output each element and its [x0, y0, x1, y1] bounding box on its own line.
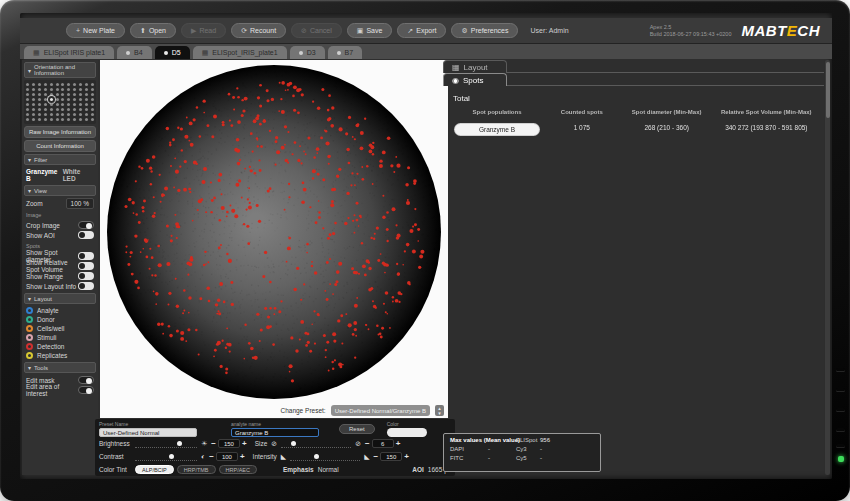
tab-spots[interactable]: ◉ Spots	[443, 73, 507, 86]
plate-well[interactable]	[44, 108, 47, 111]
plate-well[interactable]	[26, 108, 29, 111]
show-range-toggle[interactable]	[78, 272, 94, 280]
plate-well[interactable]	[61, 118, 64, 121]
plate-well[interactable]	[44, 98, 47, 101]
monitor-button[interactable]	[836, 428, 845, 431]
section-filter[interactable]: ▾ Filter	[24, 154, 96, 165]
plate-well[interactable]	[91, 98, 94, 101]
plate-well[interactable]	[38, 93, 41, 96]
plate-well[interactable]	[56, 103, 59, 106]
well-image-canvas[interactable]	[102, 62, 446, 402]
section-tools[interactable]: ▾ Tools	[24, 362, 96, 373]
plate-well[interactable]	[50, 88, 53, 91]
contrast-slider[interactable]	[135, 453, 197, 461]
intensity-slider[interactable]	[290, 453, 360, 461]
tint-alp-bcip-button[interactable]: ALP/BCIP	[135, 465, 174, 474]
layout-item-stimuli[interactable]: Stimuli	[24, 333, 96, 342]
brightness-slider-knob[interactable]	[177, 441, 182, 446]
plate-well[interactable]	[79, 98, 82, 101]
plate-well[interactable]	[91, 83, 94, 86]
plate-well[interactable]	[73, 103, 76, 106]
show-aoi-toggle[interactable]	[78, 231, 94, 239]
monitor-button[interactable]	[836, 388, 845, 391]
brightness-minus-button[interactable]: −	[211, 440, 216, 448]
plate-well[interactable]	[32, 113, 35, 116]
scrollbar[interactable]	[825, 60, 830, 475]
plate-well[interactable]	[73, 83, 76, 86]
plate-well[interactable]	[26, 103, 29, 106]
intensity-minus-button[interactable]: −	[374, 453, 379, 461]
plate-well[interactable]	[26, 93, 29, 96]
plate-well[interactable]	[44, 118, 47, 121]
show-relative-spot-volume-toggle[interactable]	[78, 262, 94, 270]
contrast-minus-button[interactable]: −	[209, 453, 214, 461]
plate-well[interactable]	[44, 88, 47, 91]
plate-well[interactable]	[38, 88, 41, 91]
size-minus-button[interactable]: −	[365, 440, 370, 448]
tab-d3[interactable]: D3	[290, 46, 325, 59]
plate-well[interactable]	[73, 93, 76, 96]
plate-well[interactable]	[32, 118, 35, 121]
tab-layout[interactable]: ▦ Layout	[443, 60, 507, 73]
plate-well[interactable]	[26, 98, 29, 101]
plate-well[interactable]	[61, 83, 64, 86]
plate-well[interactable]	[67, 113, 70, 116]
population-pill[interactable]: Granzyme B	[455, 124, 539, 135]
plate-well[interactable]	[38, 98, 41, 101]
tab-elispot-iris-plate1[interactable]: ▦ELISpot_IRIS_plate1	[193, 46, 287, 59]
size-slider-knob[interactable]	[291, 441, 296, 446]
plate-well[interactable]	[79, 118, 82, 121]
preferences-button[interactable]: ⚙Preferences	[451, 23, 518, 38]
layout-item-analyte[interactable]: Analyte	[24, 306, 96, 315]
plate-well[interactable]	[44, 93, 47, 96]
tab-b4[interactable]: B4	[117, 46, 152, 59]
tint-hrp-aec-button[interactable]: HRP/AEC	[219, 465, 257, 474]
plate-well[interactable]	[44, 103, 47, 106]
analyte-name-input[interactable]: Granzyme B	[231, 428, 319, 437]
tab-b7[interactable]: B7	[328, 46, 363, 59]
contrast-plus-button[interactable]: +	[240, 453, 245, 461]
plate-well[interactable]	[50, 113, 53, 116]
crop-image-toggle[interactable]	[78, 221, 94, 229]
plate-well[interactable]	[79, 103, 82, 106]
new-plate-button[interactable]: +New Plate	[66, 23, 125, 38]
plate-well[interactable]	[32, 98, 35, 101]
section-orientation[interactable]: ▾ Orientation and Information	[24, 62, 96, 78]
section-view[interactable]: ▾ View	[24, 185, 96, 196]
color-swatch[interactable]	[387, 428, 427, 437]
edit-mask-toggle[interactable]	[78, 376, 94, 384]
plate-well[interactable]	[67, 98, 70, 101]
contrast-value[interactable]: 100	[216, 452, 238, 461]
plate-well[interactable]	[44, 113, 47, 116]
plate-well[interactable]	[85, 103, 88, 106]
plate-well[interactable]	[61, 113, 64, 116]
intensity-value[interactable]: 150	[380, 452, 402, 461]
plate-well[interactable]	[73, 118, 76, 121]
plate-well[interactable]	[38, 118, 41, 121]
filter-type[interactable]: White LED	[63, 168, 94, 182]
plate-well[interactable]	[50, 93, 53, 96]
monitor-button[interactable]	[836, 444, 845, 447]
size-value[interactable]: 6	[372, 439, 394, 448]
reset-button[interactable]: Reset	[339, 424, 375, 434]
section-layout[interactable]: ▾ Layout	[24, 293, 96, 304]
plate-well[interactable]	[61, 93, 64, 96]
plate-well[interactable]	[85, 83, 88, 86]
monitor-button[interactable]	[836, 368, 845, 371]
layout-item-cells-well[interactable]: Cells/well	[24, 324, 96, 333]
plate-well[interactable]	[56, 113, 59, 116]
plate-well[interactable]	[38, 103, 41, 106]
plate-well[interactable]	[85, 118, 88, 121]
plate-well[interactable]	[91, 103, 94, 106]
intensity-plus-button[interactable]: +	[404, 453, 409, 461]
emphasis-value[interactable]: Normal	[318, 466, 339, 473]
plate-well[interactable]	[79, 83, 82, 86]
size-slider[interactable]	[281, 440, 351, 448]
plate-well[interactable]	[26, 83, 29, 86]
show-spot-diameter-toggle[interactable]	[78, 252, 94, 260]
zoom-value-field[interactable]: 100 %	[66, 198, 94, 209]
plate-well[interactable]	[91, 118, 94, 121]
edit-area-of-interest-toggle[interactable]	[78, 386, 94, 394]
plate-well[interactable]	[67, 118, 70, 121]
save-button[interactable]: ▣Save	[347, 23, 393, 38]
